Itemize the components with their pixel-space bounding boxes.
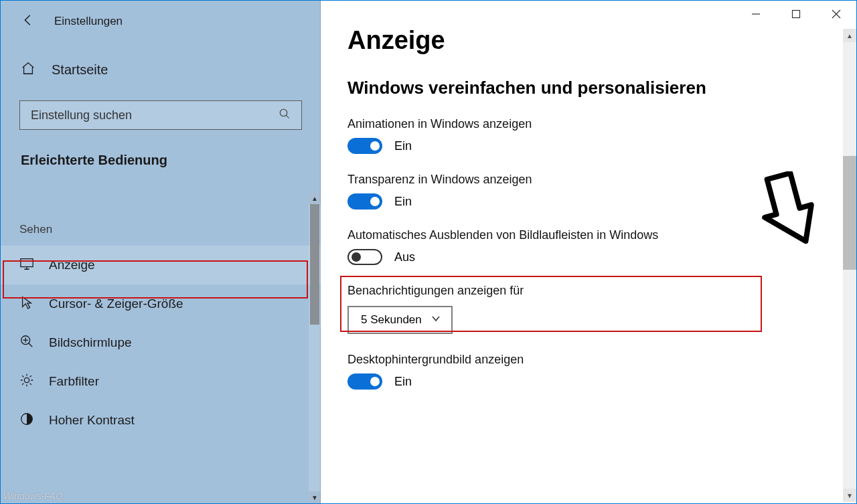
search-input[interactable] — [31, 108, 252, 122]
setting-label: Animationen in Windows anzeigen — [347, 117, 856, 131]
notifications-duration-dropdown[interactable]: 5 Sekunden — [347, 306, 453, 334]
app-title: Einstellungen — [54, 15, 123, 28]
sidebar-group-label: Sehen — [1, 192, 321, 246]
settings-sidebar: Einstellungen Startseite Erleichterte Be… — [1, 1, 321, 503]
back-button[interactable] — [21, 13, 35, 30]
page-title: Anzeige — [347, 26, 856, 55]
sidebar-item-label: Bildschirmlupe — [49, 335, 132, 350]
svg-rect-2 — [21, 258, 33, 266]
sidebar-item-label: Hoher Kontrast — [49, 413, 135, 428]
sidebar-item-bildschirmlupe[interactable]: Bildschirmlupe — [1, 323, 321, 362]
setting-transparency: Transparenz in Windows anzeigen Ein — [347, 173, 856, 209]
toggle-desktop-bg[interactable] — [347, 373, 382, 390]
toggle-state: Ein — [394, 139, 412, 153]
magnifier-plus-icon — [19, 334, 34, 352]
chevron-down-icon — [431, 313, 441, 327]
monitor-icon — [19, 256, 34, 274]
setting-label: Transparenz in Windows anzeigen — [347, 173, 856, 187]
home-icon — [21, 61, 35, 79]
scrollbar-down-icon[interactable]: ▼ — [843, 489, 856, 502]
toggle-animations[interactable] — [347, 138, 382, 154]
sidebar-item-farbfilter[interactable]: Farbfilter — [1, 362, 321, 401]
search-input-wrapper[interactable] — [19, 100, 302, 130]
toggle-autohide-scrollbars[interactable] — [347, 249, 382, 265]
scrollbar-up-icon[interactable]: ▲ — [309, 192, 321, 204]
toggle-transparency[interactable] — [347, 193, 382, 209]
svg-point-4 — [24, 377, 29, 382]
sidebar-scrollbar[interactable]: ▲ ▼ — [309, 192, 321, 503]
minimize-button[interactable] — [736, 1, 776, 27]
setting-desktop-bg: Desktophintergrundbild anzeigen Ein — [347, 353, 856, 390]
sidebar-item-hoher-kontrast[interactable]: Hoher Kontrast — [1, 401, 321, 440]
sidebar-home-label: Startseite — [52, 62, 108, 78]
setting-label: Benachrichtigungen anzeigen für — [347, 284, 856, 298]
toggle-state: Ein — [394, 195, 412, 209]
setting-notifications-duration: Benachrichtigungen anzeigen für 5 Sekund… — [347, 284, 856, 334]
svg-point-1 — [280, 109, 287, 116]
setting-animations: Animationen in Windows anzeigen Ein — [347, 117, 856, 154]
sidebar-home[interactable]: Startseite — [1, 30, 321, 92]
toggle-state: Aus — [394, 250, 415, 264]
settings-main: ▲ ▼ Anzeige Windows vereinfachen und per… — [321, 1, 856, 503]
search-icon — [279, 108, 291, 122]
toggle-state: Ein — [394, 375, 412, 389]
scrollbar-thumb[interactable] — [310, 204, 319, 325]
sidebar-item-anzeige[interactable]: Anzeige — [1, 246, 321, 284]
dropdown-value: 5 Sekunden — [361, 313, 422, 327]
setting-autohide-scrollbars: Automatisches Ausblenden von Bildlauflei… — [347, 228, 856, 265]
setting-label: Desktophintergrundbild anzeigen — [347, 353, 856, 367]
sidebar-item-label: Cursor- & Zeiger-Größe — [49, 297, 183, 311]
setting-label: Automatisches Ausblenden von Bildlauflei… — [347, 228, 856, 242]
main-scrollbar[interactable]: ▲ ▼ — [843, 29, 856, 502]
section-title: Windows vereinfachen und personalisieren — [347, 78, 856, 98]
sidebar-item-label: Anzeige — [49, 258, 95, 272]
watermark: Windows-FAQ — [3, 491, 63, 501]
sidebar-item-label: Farbfilter — [49, 374, 99, 389]
sidebar-category: Erleichterte Bedienung — [1, 130, 321, 173]
color-filter-icon — [19, 373, 34, 391]
scrollbar-down-icon[interactable]: ▼ — [309, 491, 321, 503]
maximize-button[interactable] — [776, 1, 816, 27]
cursor-icon — [19, 295, 34, 313]
scrollbar-thumb[interactable] — [843, 156, 856, 270]
sidebar-item-cursor[interactable]: Cursor- & Zeiger-Größe — [1, 284, 321, 323]
scrollbar-up-icon[interactable]: ▲ — [843, 29, 856, 42]
contrast-icon — [19, 412, 34, 430]
close-button[interactable] — [816, 1, 856, 27]
svg-rect-0 — [793, 11, 800, 18]
